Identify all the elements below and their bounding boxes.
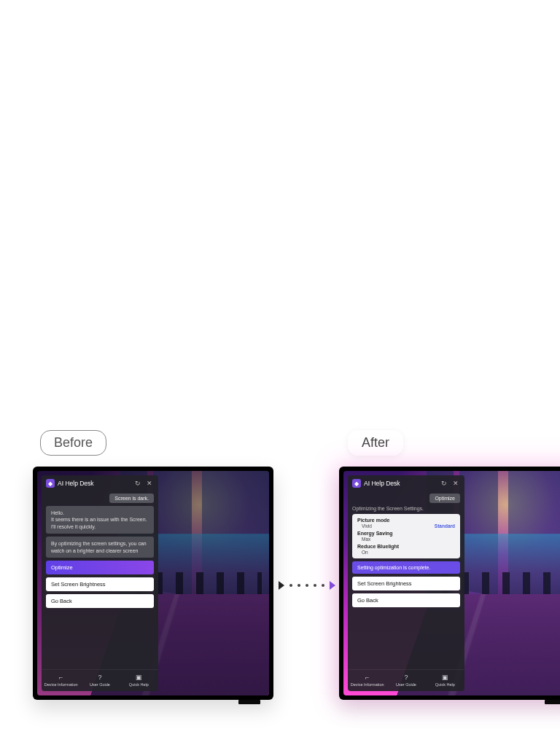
panel-footer: ⌐ Device Information ? User Guide ▣ Quic…: [348, 669, 464, 691]
go-back-button[interactable]: Go Back: [352, 593, 460, 607]
refresh-icon[interactable]: ↻: [440, 479, 448, 488]
section-label: Optimizing the Screen Settings.: [352, 506, 460, 511]
set-brightness-button[interactable]: Set Screen Brightness: [352, 577, 460, 590]
setting-row: Energy Saving Max: [357, 531, 455, 542]
tv-before: ◆ AI Help Desk ↻ ✕ Screen is dark. Hello…: [33, 467, 273, 700]
user-message-chip: Screen is dark.: [109, 494, 154, 503]
panel-header: ◆ AI Help Desk ↻ ✕: [42, 475, 158, 491]
panel-title: AI Help Desk: [364, 480, 437, 487]
before-label: Before: [40, 430, 106, 456]
panel-header: ◆ AI Help Desk ↻ ✕: [348, 475, 464, 491]
footer-device-info[interactable]: ⌐ Device Information: [42, 670, 80, 691]
close-icon[interactable]: ✕: [145, 479, 154, 488]
device-info-icon: ⌐: [363, 674, 372, 681]
go-back-button[interactable]: Go Back: [46, 594, 154, 608]
transition-indicator: [279, 580, 337, 591]
app-icon: ◆: [46, 479, 55, 488]
assistant-message: By optimizing the screen settings, you c…: [46, 537, 154, 558]
optimize-button[interactable]: Optimize: [46, 561, 154, 574]
user-guide-icon: ?: [96, 674, 104, 681]
close-icon[interactable]: ✕: [451, 479, 460, 488]
footer-user-guide[interactable]: ? User Guide: [386, 670, 425, 691]
settings-card: Picture mode VividStandard Energy Saving…: [352, 514, 460, 558]
footer-quick-help[interactable]: ▣ Quick Help: [120, 670, 158, 691]
tv-stand: [545, 700, 560, 704]
refresh-icon[interactable]: ↻: [133, 479, 142, 488]
tv-stand: [238, 700, 260, 704]
footer-user-guide[interactable]: ? User Guide: [80, 670, 119, 691]
set-brightness-button[interactable]: Set Screen Brightness: [46, 577, 154, 591]
setting-row: Picture mode VividStandard: [357, 518, 455, 529]
assistant-message: Hello. It seems there is an issue with t…: [46, 506, 154, 534]
panel-footer: ⌐ Device Information ? User Guide ▣ Quic…: [42, 669, 158, 691]
chevron-right-icon: [330, 581, 335, 590]
quick-help-icon: ▣: [440, 674, 449, 681]
tv-after: ◆ AI Help Desk ↻ ✕ Optimize Optimizing t…: [339, 467, 560, 700]
panel-title: AI Help Desk: [58, 480, 131, 487]
quick-help-icon: ▣: [134, 674, 143, 681]
user-message-chip: Optimize: [429, 494, 460, 503]
setting-row: Reduce Bluelight On: [357, 544, 455, 555]
footer-quick-help[interactable]: ▣ Quick Help: [426, 670, 464, 691]
ai-help-desk-panel: ◆ AI Help Desk ↻ ✕ Screen is dark. Hello…: [42, 475, 158, 691]
ai-help-desk-panel: ◆ AI Help Desk ↻ ✕ Optimize Optimizing t…: [348, 475, 464, 691]
device-info-icon: ⌐: [57, 674, 66, 681]
user-guide-icon: ?: [402, 674, 411, 681]
status-message: Setting optimization is complete.: [352, 561, 460, 574]
after-label: After: [348, 430, 403, 456]
app-icon: ◆: [352, 479, 361, 488]
chevron-right-icon: [279, 581, 284, 590]
footer-device-info[interactable]: ⌐ Device Information: [348, 670, 386, 691]
